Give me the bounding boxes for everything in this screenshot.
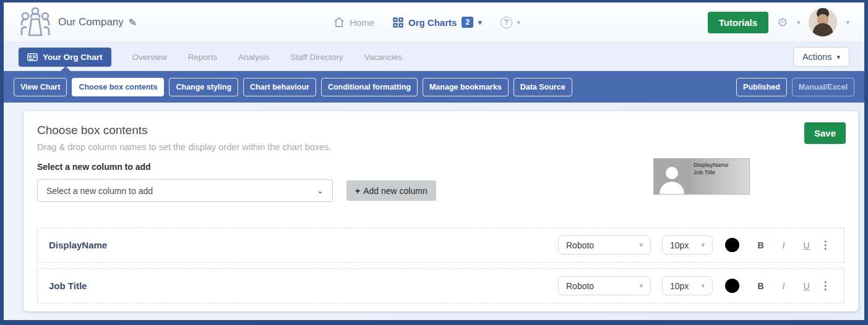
page-subtitle: Drag & drop column names to set the disp… (37, 142, 844, 152)
add-new-column-button[interactable]: +Add new column (346, 180, 436, 201)
column-row-label[interactable]: DisplayName (49, 240, 107, 250)
user-avatar[interactable] (809, 8, 837, 36)
font-family-select[interactable]: Roboto ▾ (558, 235, 651, 255)
home-icon (333, 17, 345, 28)
box-preview-card: DisplayName Job Title (653, 158, 750, 195)
toolbar-view-chart[interactable]: View Chart (14, 78, 67, 96)
row-controls: Roboto ▾ 10px ▾ B I U ⋮ (558, 235, 833, 255)
toolbar-data-source[interactable]: Data Source (513, 78, 572, 96)
app-window: Our Company ✎ Home Org Charts 2 ▾ ? ▾ Tu… (0, 0, 868, 325)
company-logo-icon (19, 6, 52, 39)
nav-org-charts-label: Org Charts (408, 17, 457, 28)
italic-button[interactable]: I (772, 281, 795, 291)
column-row-displayname: DisplayName Roboto ▾ 10px ▾ B I (37, 227, 844, 263)
tab-label: Your Org Chart (43, 53, 103, 62)
choose-box-contents-panel: Choose box contents Drag & drop column n… (24, 111, 858, 311)
font-size-select[interactable]: 10px ▾ (662, 276, 713, 295)
chevron-down-icon: ▾ (797, 19, 801, 26)
chevron-down-icon: ▾ (846, 19, 849, 26)
toolbar-right: Published Manual/Excel (736, 78, 854, 96)
column-rows: DisplayName Roboto ▾ 10px ▾ B I (37, 227, 844, 303)
font-family-value: Roboto (566, 240, 594, 250)
actions-button[interactable]: Actions ▾ (793, 47, 849, 67)
header-right: Tutorials ⚙ ▾ ▾ (708, 8, 849, 36)
column-row-label[interactable]: Job Title (49, 281, 87, 291)
tab-your-org-chart[interactable]: Your Org Chart (19, 48, 111, 67)
chart-tabs: Your Org Chart Overview Reports Analysis… (4, 42, 864, 71)
nav-help[interactable]: ? ▾ (501, 17, 521, 28)
org-charts-count-badge: 2 (462, 17, 473, 28)
kebab-menu-icon[interactable]: ⋮ (818, 279, 833, 292)
save-button[interactable]: Save (804, 122, 846, 144)
chevron-down-icon: ▾ (478, 19, 482, 26)
nav-home[interactable]: Home (333, 17, 374, 28)
underline-button[interactable]: U (795, 240, 818, 250)
font-family-select[interactable]: Roboto ▾ (558, 276, 651, 295)
tab-analysis[interactable]: Analysis (238, 53, 269, 62)
page-content: Choose box contents Drag & drop column n… (4, 103, 864, 320)
gear-icon[interactable]: ⚙ (777, 15, 788, 30)
kebab-menu-icon[interactable]: ⋮ (818, 238, 833, 251)
chart-toolbar: View Chart Choose box contents Change st… (4, 71, 864, 103)
tab-vacancies[interactable]: Vacancies (364, 53, 402, 62)
toolbar-published[interactable]: Published (736, 78, 787, 96)
nav-home-label: Home (350, 17, 374, 28)
font-family-value: Roboto (566, 281, 594, 291)
chevron-down-icon: ▾ (639, 282, 643, 289)
toolbar-conditional-formatting[interactable]: Conditional formatting (321, 78, 418, 96)
new-column-select[interactable]: Select a new column to add ⌄ (37, 179, 333, 202)
add-new-column-label: Add new column (363, 186, 428, 196)
font-size-select[interactable]: 10px ▾ (662, 235, 713, 255)
toolbar-chart-behaviour[interactable]: Chart behaviour (243, 78, 316, 96)
preview-job-title: Job Title (694, 169, 715, 175)
actions-label: Actions (802, 52, 832, 62)
font-color-picker[interactable] (725, 279, 739, 293)
chevron-down-icon: ▾ (517, 19, 521, 26)
toolbar-manage-bookmarks[interactable]: Manage bookmarks (423, 78, 509, 96)
chevron-down-icon: ▾ (639, 242, 643, 248)
chevron-down-icon: ▾ (836, 54, 840, 61)
font-size-value: 10px (670, 281, 689, 291)
chevron-down-icon: ▾ (701, 282, 705, 289)
tutorials-button[interactable]: Tutorials (708, 12, 768, 33)
id-card-icon (27, 53, 38, 61)
toolbar-manual-excel[interactable]: Manual/Excel (792, 78, 854, 96)
toolbar-choose-box-contents[interactable]: Choose box contents (72, 78, 164, 96)
tab-staff-directory[interactable]: Staff Directory (290, 53, 343, 62)
font-size-value: 10px (670, 240, 689, 250)
box-preview-text: DisplayName Job Title (690, 159, 749, 194)
underline-button[interactable]: U (795, 281, 818, 291)
bold-button[interactable]: B (749, 240, 772, 250)
tab-reports[interactable]: Reports (188, 53, 217, 62)
company-name: Our Company (58, 16, 124, 28)
person-silhouette-icon (654, 159, 690, 194)
top-header: Our Company ✎ Home Org Charts 2 ▾ ? ▾ Tu… (4, 2, 864, 42)
toolbar-change-styling[interactable]: Change styling (169, 78, 238, 96)
chevron-down-icon: ▾ (701, 242, 705, 248)
tab-overview[interactable]: Overview (132, 53, 167, 62)
preview-display-name: DisplayName (694, 161, 729, 168)
help-icon: ? (501, 17, 512, 28)
edit-company-name-icon[interactable]: ✎ (129, 17, 137, 28)
nav-org-charts[interactable]: Org Charts 2 ▾ (393, 17, 482, 28)
plus-icon: + (355, 186, 360, 196)
active-tab-pointer (60, 66, 71, 72)
header-nav: Home Org Charts 2 ▾ ? ▾ (333, 2, 520, 42)
new-column-select-value: Select a new column to add (46, 186, 153, 196)
font-color-picker[interactable] (725, 238, 739, 252)
bold-button[interactable]: B (749, 281, 772, 291)
page-title: Choose box contents (37, 124, 844, 137)
italic-button[interactable]: I (772, 240, 795, 250)
grid-icon (393, 17, 403, 28)
column-row-job-title: Job Title Roboto ▾ 10px ▾ B I U (37, 268, 844, 303)
chevron-down-icon: ⌄ (317, 186, 324, 195)
row-controls: Roboto ▾ 10px ▾ B I U ⋮ (558, 276, 833, 295)
